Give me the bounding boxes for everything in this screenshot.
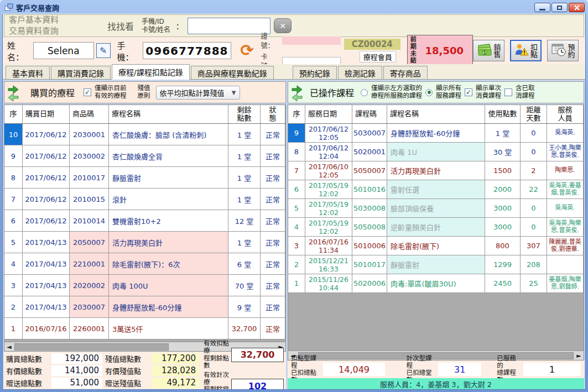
main-split: 購買的療程 ✓ 僅顯示目前 有效的療程 殘值 原則 依平均扣點計算殘值 ▼ 序購… [3,80,585,389]
cell-treatment-name: 活力再現美白針 [109,232,228,253]
summary-value: 141,000 [51,365,102,376]
cell-days-since: 25 [521,274,547,292]
radio-selected-treatment-label: 僅顯示左方選取的 療程所服務的課程 [371,85,422,100]
deduct-points-button[interactable]: 扣點 [510,40,542,61]
cell-service-datetime: 2017/05/19 12:02 [305,218,352,236]
cell-status: 正常 [261,275,285,296]
scroll-thumb[interactable] [14,343,169,351]
cell-staff: 陶樂思. [547,161,584,180]
course-row[interactable]: 82017/06/12 12:045020001肉毒 1U30 堂0王小美,陶樂… [288,143,584,161]
treatment-row[interactable]: 42017/04/132210001除毛雷射(腋下)：6次6 堂正常 [4,253,285,275]
cell-used-points: 2450 [485,274,521,292]
title-bar[interactable]: 客戶交易查詢 [2,0,586,14]
column-header: 序 [288,105,305,123]
transfer-arrows-icon[interactable] [7,83,19,101]
cell-status: 正常 [261,253,285,274]
transfer-arrows-icon[interactable] [291,83,303,101]
cancelled-courses-checkbox[interactable] [504,88,512,96]
calendar-clock-icon [551,43,566,59]
single-purchase-checkbox[interactable]: ✓ [465,88,472,96]
treatment-row[interactable]: 92017/06/122030002杏仁酸煥膚全背1 堂正常 [4,145,285,167]
column-header: 使用點數 [485,105,521,123]
tab-test-records[interactable]: 檢測記錄 [338,66,382,79]
cell-course-code: 5010006 [352,237,387,255]
cell-purchase-date: 2017/04/13 [23,232,70,253]
radio-selected-treatment[interactable] [361,89,368,96]
active-treatments-checkbox-label: 僅顯示目前 有效的療程 [95,85,127,100]
summary-label: 有價殘值點 [105,365,149,376]
scroll-left-arrow[interactable]: ◄ [4,342,14,351]
radio-all-courses[interactable] [425,89,433,96]
phone-value: 0966777888 [143,42,231,59]
treatment-row[interactable]: 62017/06/122010014雙機雷射10+212 堂正常 [4,210,285,232]
right-table-empty-area [288,293,584,351]
cell-course-code: 5020006 [352,274,387,292]
course-row[interactable]: 52017/05/19 12:025030008臉部頂級保養30000吳海英. [288,199,584,218]
scroll-right-arrow[interactable]: ► [574,351,584,360]
treatment-row[interactable]: 32017/04/132020002肉毒 100U70 堂正常 [4,275,285,296]
summary-label: 贈送總點數 [6,378,49,388]
booking-button[interactable]: 預約 [547,40,579,61]
restore-button[interactable] [551,3,568,12]
scroll-thumb[interactable] [298,352,574,359]
name-value: Selena [33,42,94,59]
tab-purchase-history[interactable]: 購買消費記錄 [51,66,111,79]
remaining-boxes: 有效扣點療 程剩餘點數 32,700 有效計次療 程剩餘堂數 102 [204,340,284,389]
cell-course-name: 活力再現美白針 [387,161,485,180]
treatment-row[interactable]: 102017/06/122030001杏仁酸煥膚：臉部 (含清粉刺)1 堂正常 [4,124,285,145]
purchased-treatments-panel: 購買的療程 ✓ 僅顯示目前 有效的療程 殘值 原則 依平均扣點計算殘值 ▼ 序購… [4,81,286,389]
treatment-row[interactable]: 82017/06/122010017靜脈雷射1 堂正常 [4,167,285,189]
residual-rule-select[interactable]: 依平均扣點計算殘值 ▼ [156,86,240,100]
heading-line2: 交易資料查詢 [9,26,81,37]
course-row[interactable]: 92017/06/12 12:055030007身體舒壓放鬆-60分鐘1 堂0吳… [288,124,584,143]
cell-seq: 6 [4,210,23,231]
prior-unsettled-label: 前期 未結 [410,36,420,65]
course-row[interactable]: 22015/12/21 16:335010017靜脈雷射1299208 [288,255,584,274]
treatment-row[interactable]: 12016/07/1622600013萬送5仟32,700正常 [4,318,285,339]
window-title: 客戶交易查詢 [16,2,59,13]
treatment-row[interactable]: 72017/06/122010015滾針1 堂正常 [4,189,285,210]
cell-course-name: 肉毒:單區(皺眉30U) [387,274,485,292]
course-row[interactable]: 32016/07/16 11:345010006除毛雷射(腋下)800307陳麗… [288,237,584,255]
id-field[interactable] [282,36,341,45]
left-summary: 購買總點數 192,000 殘值總點數 177,200 有價總點數 141,00… [4,352,286,389]
tab-basic-profile[interactable]: 基本資料 [6,66,50,79]
app-window: 客戶交易查詢 客戶基本資料 交易資料查詢 找找看 手機/ID 卡號/姓名 ： ✕… [0,0,588,392]
refresh-icon[interactable]: ⟳ [237,43,258,59]
course-row[interactable]: 42017/05/19 12:025050008逆齡童顏美白針30000吳海英,… [288,218,584,237]
left-panel-title: 購買的療程 [30,86,75,99]
cell-seq: 8 [4,167,23,188]
edit-name-button[interactable]: ✎ [96,43,111,58]
summary-label: 有價總點數 [6,365,49,376]
column-header: 購買日期 [23,105,70,123]
cell-service-datetime: 2017/06/12 12:05 [305,124,352,142]
tab-product-changes[interactable]: 商品與療程異動紀錄 [191,66,274,79]
cell-seq: 5 [288,199,305,217]
treatment-row[interactable]: 52017/04/132050007活力再現美白針1 堂正常 [4,232,285,253]
minimize-button[interactable] [534,3,550,12]
sales-button[interactable]: $ 銷售 [473,40,504,61]
cell-status: 正常 [261,145,285,166]
cell-product-code: 2030002 [70,145,109,166]
tab-treatment-points[interactable]: 療程/課程扣點記錄 [112,64,190,80]
course-row[interactable]: 12015/11/26 10:445020006肉毒:單區(皺眉30U)2450… [288,274,584,293]
active-treatments-checkbox[interactable]: ✓ [84,88,91,96]
cell-status: 正常 [261,296,285,317]
cell-course-name: 逆齡童顏美白針 [387,218,485,236]
cell-remaining: 12 堂 [228,210,261,231]
close-button[interactable] [569,3,585,12]
tab-booking-history[interactable]: 預約紀錄 [293,66,337,79]
search-input[interactable] [188,18,270,34]
course-row[interactable]: 72017/06/10 12:055050007活力再現美白針15002陶樂思. [288,161,584,180]
right-summary: 扣點型課程 已扣總點數 14,049 計次型課程 已扣總堂數 31 已服務的 總… [288,360,584,378]
treatment-row[interactable]: 22017/04/132030007身體舒壓放鬆-60分鐘9 堂正常 [4,296,285,318]
tab-stored-products[interactable]: 寄存商品 [383,66,428,79]
cell-seq: 4 [288,218,305,236]
cell-service-datetime: 2016/07/16 11:34 [305,237,352,255]
purchased-treatments-header: 購買的療程 ✓ 僅顯示目前 有效的療程 殘值 原則 依平均扣點計算殘值 ▼ [4,81,286,103]
course-row[interactable]: 62017/05/19 12:025010016雷射任選200022吳海英,姜基… [288,180,584,199]
cell-product-code: 2030007 [70,296,109,317]
cell-seq: 6 [288,180,305,198]
right-h-scrollbar[interactable]: ◄ ► [288,351,584,360]
cell-remaining: 70 堂 [228,275,261,296]
